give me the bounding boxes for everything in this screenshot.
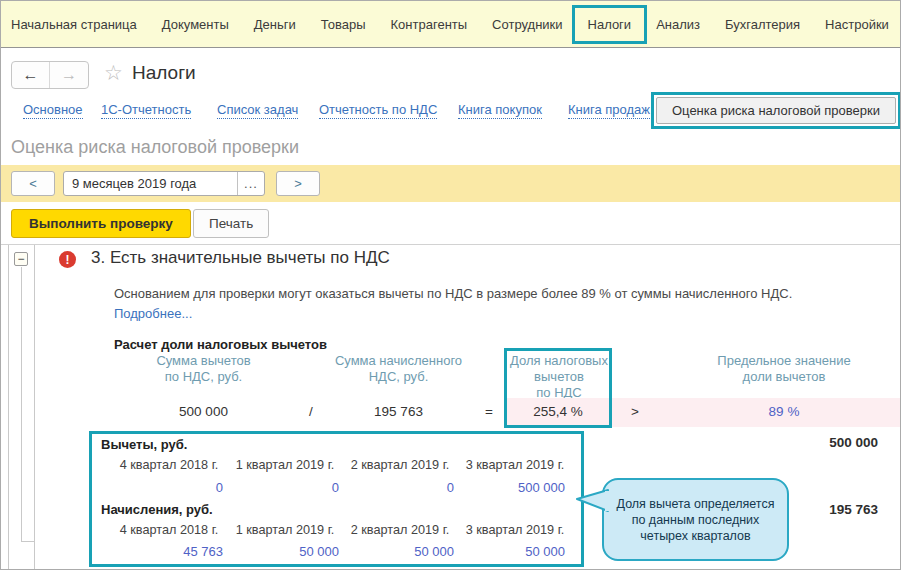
main-menu: Начальная страница Документы Деньги Това… [1, 1, 900, 48]
header-line: НДС, руб. [326, 369, 471, 385]
nav-row: ← → ☆ Налоги [1, 49, 900, 93]
deductions-total: 500 000 [751, 435, 878, 450]
finding-description-text: Основанием для проверки могут оказаться … [114, 286, 792, 301]
menu-item-documents[interactable]: Документы [162, 17, 229, 32]
callout-tail [575, 487, 609, 515]
menu-item-employees[interactable]: Сотрудники [492, 17, 562, 32]
share-value: 255,4 % [504, 404, 612, 419]
audit-risk-assessment-button[interactable]: Оценка риска налоговой проверки [656, 97, 896, 124]
favorite-star-icon[interactable]: ☆ [104, 61, 123, 85]
history-buttons: ← → [11, 61, 89, 89]
accruals-label: Начисления, руб. [101, 502, 213, 517]
menu-item-money[interactable]: Деньги [254, 17, 296, 32]
deductions-q2-header: 1 квартал 2019 г. [227, 458, 343, 472]
deductions-q4-value[interactable]: 500 000 [453, 480, 565, 495]
tab-main[interactable]: Основное [23, 102, 83, 119]
app-window: Начальная страница Документы Деньги Това… [0, 0, 901, 570]
deduction-sum-value: 500 000 [131, 404, 276, 419]
tree-line-corner [21, 541, 34, 542]
finding-description: Основанием для проверки могут оказаться … [114, 284, 814, 324]
header-deduction-sum: Сумма вычетов по НДС, руб. [131, 353, 276, 385]
period-input[interactable]: 9 месяцев 2019 года ... [63, 171, 265, 196]
menu-item-analysis[interactable]: Анализ [656, 17, 700, 32]
page-title: Налоги [132, 62, 196, 84]
menu-item-accounting[interactable]: Бухгалтерия [725, 17, 800, 32]
accruals-q3-value[interactable]: 50 000 [342, 544, 454, 559]
tree-line [21, 267, 22, 541]
header-line: Сумма начисленного [326, 353, 471, 369]
tab-purchase-book[interactable]: Книга покупок [458, 102, 542, 119]
header-deduction-share: Доля налоговых вычетов по НДС [489, 353, 629, 401]
accruals-q1-value[interactable]: 45 763 [111, 544, 223, 559]
callout-bubble: Доля вычета определяется по данным после… [602, 478, 789, 561]
finding-title: 3. Есть значительные вычеты по НДС [91, 248, 390, 268]
tab-sales-book[interactable]: Книга продаж [568, 102, 650, 119]
risk-button-highlight-box: Оценка риска налоговой проверки [651, 92, 901, 129]
tab-task-list[interactable]: Список задач [217, 102, 298, 119]
menu-item-taxes[interactable]: Налоги [572, 5, 648, 44]
panel-inner-border [34, 245, 35, 570]
back-arrow-icon: ← [23, 66, 39, 84]
run-check-button[interactable]: Выполнить проверку [11, 209, 191, 238]
tab-vat-reporting[interactable]: Отчетность по НДС [319, 102, 437, 119]
more-details-link[interactable]: Подробнее... [114, 306, 192, 321]
period-bar: < 9 месяцев 2019 года ... > [1, 165, 900, 202]
deductions-q1-value[interactable]: 0 [111, 480, 223, 495]
callout-text: Доля вычета определяется по данным после… [616, 496, 775, 544]
header-line: Предельное значение [664, 353, 901, 369]
menu-item-home[interactable]: Начальная страница [11, 17, 137, 32]
period-value: 9 месяцев 2019 года [64, 176, 237, 191]
minus-icon: − [17, 254, 24, 264]
period-picker-button[interactable]: ... [237, 172, 264, 195]
menu-item-goods[interactable]: Товары [321, 17, 366, 32]
period-prev-button[interactable]: < [11, 171, 55, 196]
header-line: Доля налоговых вычетов [489, 353, 629, 385]
forward-button[interactable]: → [50, 62, 88, 88]
accruals-q2-value[interactable]: 50 000 [227, 544, 339, 559]
equals-sign: = [469, 404, 509, 419]
deductions-q1-header: 4 квартал 2018 г. [111, 458, 227, 472]
tab-1c-reporting[interactable]: 1С-Отчетность [101, 102, 191, 119]
deductions-label: Вычеты, руб. [101, 437, 187, 452]
accruals-q2-header: 1 квартал 2019 г. [227, 523, 343, 537]
back-button[interactable]: ← [12, 62, 50, 88]
period-next-button[interactable]: > [276, 171, 320, 196]
alert-icon: ! [59, 251, 76, 268]
greater-sign: > [615, 404, 655, 419]
accruals-q4-value[interactable]: 50 000 [453, 544, 565, 559]
section-title: Оценка риска налоговой проверки [11, 137, 299, 158]
deductions-q4-header: 3 квартал 2019 г. [457, 458, 573, 472]
limit-value: 89 % [664, 404, 901, 419]
accrued-sum-value: 195 763 [326, 404, 471, 419]
menu-item-settings[interactable]: Настройки [825, 17, 889, 32]
header-line: Сумма вычетов [131, 353, 276, 369]
header-line: доли вычетов [664, 369, 901, 385]
panel-left-border [8, 245, 9, 570]
menu-item-counterparties[interactable]: Контрагенты [391, 17, 468, 32]
deductions-q3-value[interactable]: 0 [342, 480, 454, 495]
accruals-q3-header: 2 квартал 2019 г. [342, 523, 458, 537]
accruals-q1-header: 4 квартал 2018 г. [111, 523, 227, 537]
deductions-q2-value[interactable]: 0 [227, 480, 339, 495]
collapse-toggle[interactable]: − [14, 252, 28, 266]
calc-title: Расчет доли налоговых вычетов [114, 337, 327, 352]
divide-sign: / [291, 404, 331, 419]
accruals-q4-header: 3 квартал 2019 г. [457, 523, 573, 537]
forward-arrow-icon: → [61, 66, 77, 84]
toolbar-separator [1, 244, 900, 245]
deductions-q3-header: 2 квартал 2019 г. [342, 458, 458, 472]
header-limit-value: Предельное значение доли вычетов [664, 353, 901, 385]
header-line: по НДС, руб. [131, 369, 276, 385]
print-button[interactable]: Печать [193, 209, 269, 238]
header-accrued-sum: Сумма начисленного НДС, руб. [326, 353, 471, 385]
